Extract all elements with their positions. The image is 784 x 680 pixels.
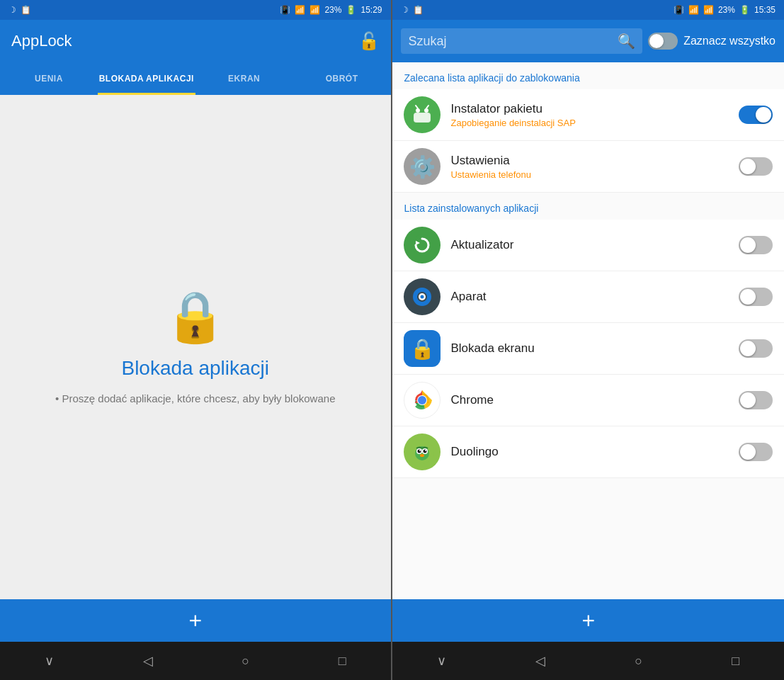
settings-icon-glyph: ⚙️ [409,154,436,179]
select-all-toggle[interactable] [648,33,678,50]
app-list: Zalecana lista aplikacji do zablokowania [392,62,784,599]
lock-top-icon[interactable]: 🔓 [358,31,380,51]
app-icon-duolingo [404,434,441,470]
svg-point-22 [418,450,421,453]
right-search-bar: Szukaj 🔍 Zaznacz wszystko [392,20,784,62]
app-row-aparat: Aparat [392,271,784,323]
right-battery-pct: 23% [718,5,735,15]
app-lock-desc: • Proszę dodać aplikacje, które chcesz, … [55,391,335,407]
tab-ekran[interactable]: EKRAN [195,62,293,95]
app-title: AppLock [11,32,72,50]
app-name-duolingo: Duolingo [450,445,729,459]
svg-point-24 [419,450,421,451]
left-wifi-icon: 📶 [295,5,305,15]
right-signal-icon: 📶 [703,5,714,15]
toggle-ustawienia[interactable] [739,157,773,176]
right-nav-down[interactable]: ∨ [437,653,446,669]
left-notification-icon2: 📋 [21,5,31,15]
left-main-content: 🔒 Blokada aplikacji • Proszę dodać aplik… [0,95,391,599]
right-add-button[interactable]: + [581,609,595,632]
app-lock-title: Blokada aplikacji [121,357,269,380]
left-signal-icon: 📶 [309,5,320,15]
toggle-instalator-knob [756,107,771,123]
app-info-blokada: Blokada ekranu [450,341,729,356]
toggle-ustawienia-knob [740,159,756,174]
duolingo-icon-svg [410,440,434,464]
aparat-icon-svg [410,285,434,309]
blokada-icon-glyph: 🔒 [410,337,435,361]
right-bottom-bar[interactable]: + [392,599,784,642]
app-info-aktualizator: Aktualizator [450,238,729,252]
tab-blokada-aplikacji[interactable]: BLOKADA APLIKACJI [98,62,195,95]
search-input-wrap[interactable]: Szukaj 🔍 [401,28,642,54]
app-row-ustawienia: ⚙️ Ustawienia Ustawienia telefonu [392,141,784,193]
tab-ustawienia[interactable]: UENIA [0,62,98,95]
svg-point-25 [425,450,426,451]
app-name-aparat: Aparat [450,290,729,304]
tab-bar: UENIA BLOKADA APLIKACJI EKRAN OBRÓT [0,62,391,95]
app-row-chrome: Chrome [392,375,784,426]
left-nav-recents[interactable]: □ [339,654,346,669]
app-info-ustawienia: Ustawienia Ustawienia telefonu [450,154,729,180]
recommended-section-header: Zalecana lista aplikacji do zablokowania [392,62,784,89]
left-vibrate-icon: 📳 [280,5,290,15]
right-panel: ☽ 📋 📳 📶 📶 23% 🔋 15:35 Szukaj 🔍 Zaznacz w… [392,0,784,680]
chrome-icon-svg [409,387,435,413]
right-battery-icon: 🔋 [739,5,750,15]
app-name-aktualizator: Aktualizator [450,238,729,252]
app-icon-ustawienia: ⚙️ [404,148,441,185]
svg-point-17 [418,396,426,404]
app-info-duolingo: Duolingo [450,445,729,459]
search-icon[interactable]: 🔍 [618,33,635,50]
app-sub-ustawienia: Ustawienia telefonu [450,169,729,180]
app-name-chrome: Chrome [450,393,729,407]
app-name-ustawienia: Ustawienia [450,154,729,168]
toggle-aktualizator[interactable] [739,236,773,254]
app-row-blokada: 🔒 Blokada ekranu [392,323,784,375]
right-nav-recents[interactable]: □ [732,654,739,669]
toggle-aparat-knob [740,289,756,305]
svg-point-12 [421,295,424,299]
left-nav-bar: ∨ ◁ ○ □ [0,642,391,680]
left-nav-home[interactable]: ○ [242,654,249,669]
toggle-blokada[interactable] [739,339,773,358]
left-nav-down[interactable]: ∨ [45,653,54,669]
svg-line-5 [416,106,418,108]
right-nav-home[interactable]: ○ [635,654,642,669]
tab-obrot[interactable]: OBRÓT [293,62,391,95]
select-all-toggle-knob [649,34,664,48]
app-row-duolingo: Duolingo [392,426,784,478]
app-row-instalator: Instalator pakietu Zapobieganie deinstal… [392,89,784,141]
aktualizator-icon-svg [410,233,434,257]
app-name-instalator: Instalator pakietu [450,102,729,116]
android-icon [411,103,433,126]
right-status-bar: ☽ 📋 📳 📶 📶 23% 🔋 15:35 [392,0,784,20]
toggle-duolingo-knob [740,444,756,460]
left-nav-back[interactable]: ◁ [143,653,153,669]
lock-big-icon: 🔒 [164,288,226,346]
toggle-instalator[interactable] [739,106,773,124]
left-top-bar: AppLock 🔓 [0,20,391,62]
svg-point-26 [420,454,424,457]
select-all-wrap: Zaznacz wszystko [648,33,776,50]
toggle-chrome[interactable] [739,391,773,409]
toggle-blokada-knob [740,341,756,356]
right-vibrate-icon: 📳 [674,5,684,15]
toggle-chrome-knob [740,392,756,408]
right-wifi-icon: 📶 [688,5,699,15]
left-bottom-bar[interactable]: + [0,599,391,642]
app-sub-instalator: Zapobieganie deinstalacji SAP [450,118,729,128]
left-notification-icon1: ☽ [8,5,16,15]
app-icon-blokada: 🔒 [404,330,441,367]
right-nav-back[interactable]: ◁ [535,653,545,669]
svg-line-6 [426,106,428,108]
toggle-aparat[interactable] [739,288,773,306]
app-name-blokada: Blokada ekranu [450,341,729,356]
left-add-button[interactable]: + [188,609,202,632]
search-placeholder: Szukaj [408,34,613,49]
app-icon-aktualizator [404,227,441,264]
app-info-aparat: Aparat [450,290,729,304]
app-icon-chrome [404,382,441,419]
toggle-duolingo[interactable] [739,443,773,461]
right-time: 15:35 [754,5,776,15]
